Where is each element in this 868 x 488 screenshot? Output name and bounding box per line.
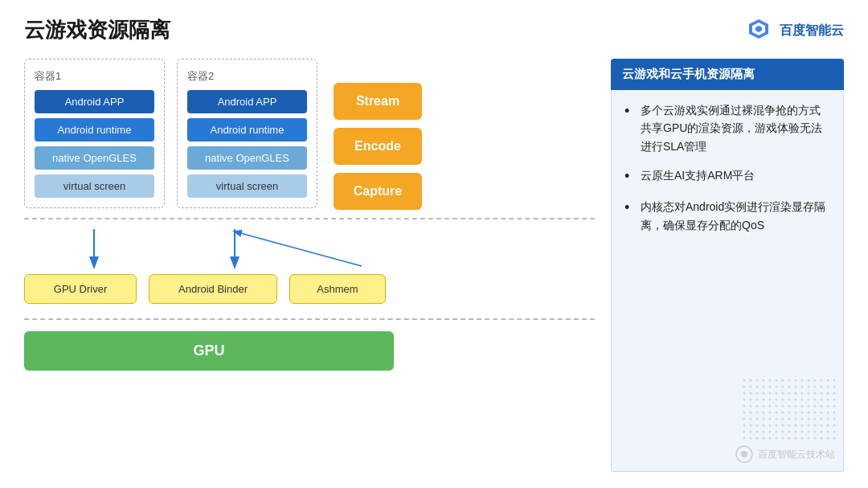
right-panel-body: • 多个云游戏实例通过裸混争抢的方式共享GPU的渲染资源，游戏体验无法进行SLA…	[611, 90, 844, 472]
bullet-1: • 多个云游戏实例通过裸混争抢的方式共享GPU的渲染资源，游戏体验无法进行SLA…	[624, 101, 830, 155]
gpu-driver-box: GPU Driver	[24, 274, 137, 304]
container1-label: 容器1	[35, 69, 154, 84]
capture-block: Capture	[334, 173, 422, 210]
bullet-text-2: 云原生AI支持ARM平台	[641, 166, 755, 184]
logo-text: 百度智能云	[780, 23, 844, 39]
bullet-dot-2: •	[624, 166, 637, 187]
diagram-area: 容器1 Android APP Android runtime native O…	[24, 59, 595, 472]
orange-stack: Stream Encode Capture	[334, 83, 422, 210]
bullet-dot-3: •	[624, 198, 637, 218]
container2: 容器2 Android APP Android runtime native O…	[177, 59, 317, 208]
virtual-screen-1: virtual screen	[35, 174, 154, 198]
watermark-icon	[735, 445, 753, 463]
virtual-screen-2: virtual screen	[187, 174, 307, 198]
diagram-wrapper: 容器1 Android APP Android runtime native O…	[24, 59, 595, 371]
right-panel-title: 云游戏和云手机资源隔离	[611, 59, 844, 90]
bullet-text-1: 多个云游戏实例通过裸混争抢的方式共享GPU的渲染资源，游戏体验无法进行SLA管理	[641, 101, 830, 155]
watermark-text: 百度智能云技术站	[758, 448, 835, 461]
baidu-logo: 百度智能云	[744, 16, 844, 45]
stream-block: Stream	[334, 83, 422, 120]
android-runtime-1: Android runtime	[35, 118, 154, 141]
divider-bottom	[24, 318, 595, 320]
baidu-cloud-icon	[744, 16, 773, 45]
gpu-bar: GPU	[24, 331, 394, 371]
divider-top	[24, 218, 595, 219]
arrows-svg	[24, 228, 450, 268]
bullet-3: • 内核态对Android实例进行渲染显存隔离，确保显存分配的QoS	[624, 198, 830, 234]
main-content: 容器1 Android APP Android runtime native O…	[24, 59, 844, 472]
android-binder-box: Android Binder	[149, 274, 277, 304]
encode-block: Encode	[334, 128, 422, 165]
native-opengl-1: native OpenGLES	[35, 146, 154, 170]
drivers-row: GPU Driver Android Binder Ashmem	[24, 268, 595, 310]
page-container: 云游戏资源隔离 容器1 Android APP Android runtime …	[0, 0, 868, 488]
android-app-2: Android APP	[187, 90, 307, 113]
container1: 容器1 Android APP Android runtime native O…	[24, 59, 165, 208]
watermark: 百度智能云技术站	[735, 445, 835, 463]
svg-rect-9	[743, 379, 839, 443]
android-runtime-2: Android runtime	[187, 118, 307, 141]
bullet-dot-1: •	[624, 101, 637, 121]
bullet-2: • 云原生AI支持ARM平台	[624, 166, 830, 187]
ashmem-box: Ashmem	[289, 274, 386, 304]
svg-point-7	[741, 451, 747, 457]
page-title: 云游戏资源隔离	[24, 16, 844, 44]
native-opengl-2: native OpenGLES	[187, 146, 307, 170]
dot-grid-decoration	[743, 379, 839, 443]
android-app-1: Android APP	[35, 90, 154, 113]
right-panel: 云游戏和云手机资源隔离 • 多个云游戏实例通过裸混争抢的方式共享GPU的渲染资源…	[611, 59, 844, 472]
svg-line-5	[235, 232, 362, 266]
bullet-text-3: 内核态对Android实例进行渲染显存隔离，确保显存分配的QoS	[641, 198, 830, 234]
container2-label: 容器2	[187, 69, 307, 84]
